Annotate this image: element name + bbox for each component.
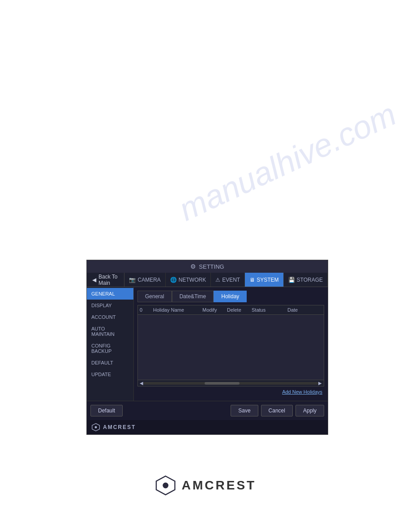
tab-camera[interactable]: 📷 CAMERA bbox=[124, 273, 165, 287]
bottom-buttons: Default Save Cancel Apply bbox=[87, 401, 328, 420]
amcrest-footer-logo-icon bbox=[91, 423, 100, 432]
scroll-left-icon[interactable]: ◀ bbox=[140, 381, 143, 386]
scroll-right-icon[interactable]: ▶ bbox=[318, 381, 322, 386]
back-to-main-button[interactable]: ◀ Back To Main bbox=[87, 273, 124, 287]
apply-button[interactable]: Apply bbox=[295, 405, 324, 416]
sidebar-item-config-backup[interactable]: CONFIG BACKUP bbox=[87, 340, 133, 357]
event-tab-label: EVENT bbox=[222, 277, 240, 283]
subtab-datetime[interactable]: Date&Time bbox=[172, 291, 214, 302]
holiday-table: 0 Holiday Name Modify Delete Status Date… bbox=[137, 305, 324, 386]
footer-bar: AMCREST bbox=[87, 420, 328, 434]
back-label: Back To Main bbox=[98, 274, 119, 286]
sidebar-item-update[interactable]: UPDATE bbox=[87, 369, 133, 380]
cancel-button[interactable]: Cancel bbox=[261, 405, 293, 416]
storage-icon: 💾 bbox=[288, 277, 295, 283]
footer-logo-text: AMCREST bbox=[103, 424, 136, 430]
network-icon: 🌐 bbox=[170, 277, 177, 283]
col-date: Date bbox=[287, 307, 322, 313]
add-holidays-row: Add New Holidays bbox=[137, 386, 324, 397]
default-button[interactable]: Default bbox=[90, 405, 123, 416]
sidebar-item-general[interactable]: GENERAL bbox=[87, 288, 133, 300]
horizontal-scrollbar[interactable]: ◀ ▶ bbox=[138, 380, 324, 386]
bottom-logo-text: AMCREST bbox=[182, 478, 256, 493]
tab-system[interactable]: 🖥 SYSTEM bbox=[245, 273, 283, 287]
col-delete: Delete bbox=[227, 307, 252, 313]
back-arrow-icon: ◀ bbox=[92, 277, 96, 283]
tab-event[interactable]: ⚠ EVENT bbox=[211, 273, 245, 287]
svg-point-1 bbox=[95, 426, 97, 429]
subtab-holiday[interactable]: Holiday bbox=[214, 291, 247, 302]
sidebar-item-display[interactable]: DISPLAY bbox=[87, 300, 133, 311]
tab-network[interactable]: 🌐 NETWORK bbox=[166, 273, 211, 287]
table-header: 0 Holiday Name Modify Delete Status Date bbox=[138, 305, 324, 315]
col-status: Status bbox=[252, 307, 287, 313]
col-num: 0 bbox=[140, 307, 153, 313]
sub-tabs: General Date&Time Holiday bbox=[137, 291, 324, 302]
add-new-holidays-button[interactable]: Add New Holidays bbox=[282, 389, 322, 395]
system-icon: 🖥 bbox=[249, 277, 255, 283]
scrollbar-thumb[interactable] bbox=[205, 382, 240, 385]
storage-tab-label: STORAGE bbox=[297, 277, 323, 283]
gear-icon: ⚙ bbox=[190, 263, 196, 270]
tab-storage[interactable]: 💾 STORAGE bbox=[284, 273, 328, 287]
nav-bar: ◀ Back To Main 📷 CAMERA 🌐 NETWORK ⚠ EVEN… bbox=[87, 273, 328, 287]
camera-icon: 📷 bbox=[129, 277, 136, 283]
camera-tab-label: CAMERA bbox=[137, 277, 160, 283]
svg-point-3 bbox=[163, 483, 168, 489]
network-tab-label: NETWORK bbox=[179, 277, 206, 283]
title-label: SETTING bbox=[199, 263, 224, 270]
col-modify: Modify bbox=[202, 307, 227, 313]
sidebar: GENERAL DISPLAY ACCOUNT AUTO MAINTAIN CO… bbox=[87, 287, 134, 401]
table-body bbox=[138, 315, 324, 380]
content-area: GENERAL DISPLAY ACCOUNT AUTO MAINTAIN CO… bbox=[87, 287, 328, 401]
system-tab-label: SYSTEM bbox=[257, 277, 278, 283]
title-bar: ⚙ SETTING bbox=[87, 260, 328, 273]
main-panel: General Date&Time Holiday 0 Holiday Name… bbox=[134, 287, 328, 401]
scrollbar-track[interactable] bbox=[143, 382, 318, 385]
sidebar-item-account[interactable]: ACCOUNT bbox=[87, 311, 133, 323]
event-icon: ⚠ bbox=[215, 277, 220, 283]
amcrest-bottom-logo-icon bbox=[155, 475, 176, 496]
save-button[interactable]: Save bbox=[231, 405, 258, 416]
col-holiday-name: Holiday Name bbox=[153, 307, 202, 313]
watermark: manualhive.com bbox=[173, 95, 402, 228]
settings-window: ⚙ SETTING ◀ Back To Main 📷 CAMERA 🌐 NETW… bbox=[86, 260, 328, 435]
sidebar-item-default[interactable]: DEFAULT bbox=[87, 357, 133, 369]
footer-logo: AMCREST bbox=[91, 423, 136, 432]
bottom-amcrest-logo: AMCREST bbox=[155, 475, 256, 496]
subtab-general[interactable]: General bbox=[137, 291, 172, 302]
sidebar-item-auto-maintain[interactable]: AUTO MAINTAIN bbox=[87, 323, 133, 340]
